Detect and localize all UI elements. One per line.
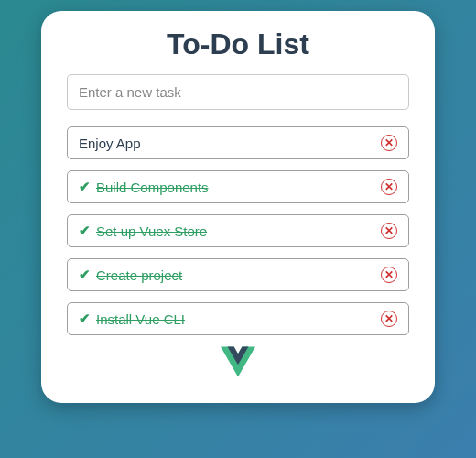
close-icon: ✕ — [384, 269, 394, 280]
check-icon: ✔ — [79, 267, 91, 283]
close-icon: ✕ — [384, 181, 394, 192]
task-left[interactable]: ✔ Set up Vuex Store — [79, 223, 381, 239]
close-icon: ✕ — [384, 313, 394, 324]
new-task-input[interactable] — [67, 74, 409, 110]
task-item[interactable]: Enjoy App ✕ — [67, 126, 409, 159]
check-icon: ✔ — [79, 311, 91, 327]
task-label: Install Vue CLI — [96, 311, 185, 327]
task-item[interactable]: ✔ Create project ✕ — [67, 258, 409, 291]
task-label: Enjoy App — [79, 136, 141, 151]
close-icon: ✕ — [384, 225, 394, 236]
task-left[interactable]: Enjoy App — [79, 136, 381, 151]
delete-button[interactable]: ✕ — [381, 135, 397, 151]
task-label: Set up Vuex Store — [96, 224, 207, 239]
task-label: Build Components — [96, 180, 209, 195]
vue-logo-icon — [221, 346, 255, 377]
task-left[interactable]: ✔ Create project — [79, 267, 381, 283]
delete-button[interactable]: ✕ — [381, 223, 397, 239]
delete-button[interactable]: ✕ — [381, 267, 397, 283]
check-icon: ✔ — [79, 179, 91, 195]
task-left[interactable]: ✔ Install Vue CLI — [79, 311, 381, 327]
task-left[interactable]: ✔ Build Components — [79, 179, 381, 195]
logo-wrap — [67, 346, 409, 381]
task-list: Enjoy App ✕ ✔ Build Components ✕ ✔ Set u… — [67, 126, 409, 335]
page-title: To-Do List — [67, 27, 409, 61]
task-label: Create project — [96, 267, 182, 283]
task-item[interactable]: ✔ Build Components ✕ — [67, 170, 409, 203]
todo-card: To-Do List Enjoy App ✕ ✔ Build Component… — [41, 11, 435, 403]
check-icon: ✔ — [79, 223, 91, 239]
close-icon: ✕ — [384, 137, 394, 148]
delete-button[interactable]: ✕ — [381, 179, 397, 195]
task-item[interactable]: ✔ Install Vue CLI ✕ — [67, 302, 409, 335]
task-item[interactable]: ✔ Set up Vuex Store ✕ — [67, 214, 409, 247]
delete-button[interactable]: ✕ — [381, 311, 397, 327]
